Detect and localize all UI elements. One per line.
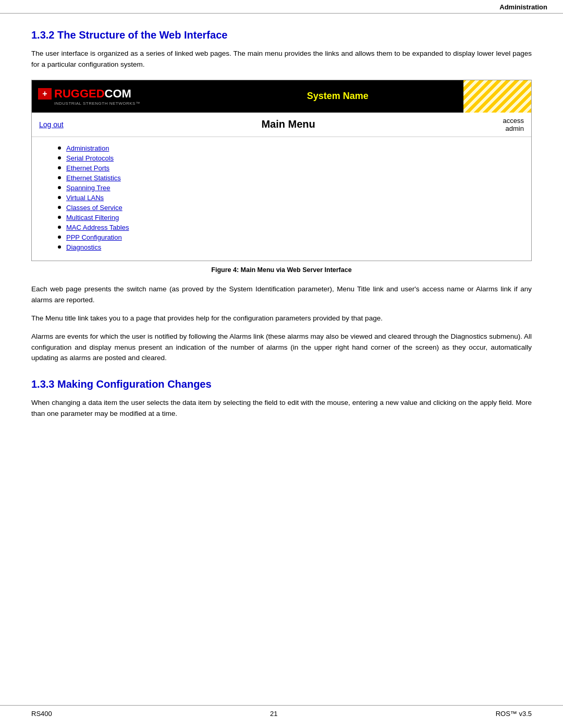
menu-link[interactable]: Ethernet Ports <box>66 164 109 172</box>
ruggedcom-icon <box>38 88 52 100</box>
menu-bullet <box>58 236 61 239</box>
menu-bullet <box>58 156 61 159</box>
stripes-decoration <box>463 80 531 113</box>
web-interface-mockup: RUGGEDCOM INDUSTRIAL STRENGTH NETWORKS™ … <box>31 80 532 261</box>
section-132-para4: Alarms are events for which the user is … <box>31 331 532 364</box>
menu-item: Ethernet Statistics <box>58 174 516 182</box>
menu-bullet <box>58 186 61 189</box>
header-title: Administration <box>499 3 547 11</box>
menu-link[interactable]: Diagnostics <box>66 243 101 251</box>
menu-bullet <box>58 245 61 249</box>
section-132-heading: 1.3.2 The Structure of the Web Interface <box>31 29 532 41</box>
section-133-heading: 1.3.3 Making Configuration Changes <box>31 378 532 390</box>
menu-item: Diagnostics <box>58 243 516 251</box>
access-label: access <box>503 117 524 125</box>
menu-bullet <box>58 146 61 150</box>
menu-item: Ethernet Ports <box>58 164 516 172</box>
menu-item: Classes of Service <box>58 204 516 212</box>
page-header: Administration <box>0 0 563 14</box>
access-info: access admin <box>503 117 524 132</box>
admin-label: admin <box>506 125 524 132</box>
menu-bullet <box>58 196 61 199</box>
page-footer: RS400 21 ROS™ v3.5 <box>0 705 563 718</box>
menu-item: Spanning Tree <box>58 184 516 192</box>
footer-left: RS400 <box>31 710 52 718</box>
logo-top: RUGGEDCOM <box>38 87 131 101</box>
footer-center: 21 <box>270 710 277 718</box>
menu-bullet <box>58 176 61 179</box>
figure-caption: Figure 4: Main Menu via Web Server Inter… <box>31 266 532 274</box>
menu-link[interactable]: Classes of Service <box>66 204 123 212</box>
footer-right: ROS™ v3.5 <box>496 710 532 718</box>
menu-bullet <box>58 206 61 209</box>
menu-item: Serial Protocols <box>58 154 516 162</box>
main-content: 1.3.2 The Structure of the Web Interface… <box>0 14 563 458</box>
logo-subtext: INDUSTRIAL STRENGTH NETWORKS™ <box>54 101 140 106</box>
section-132-para2: Each web page presents the switch name (… <box>31 284 532 306</box>
ruggedcom-logo: RUGGEDCOM INDUSTRIAL STRENGTH NETWORKS™ <box>38 87 140 106</box>
menu-item: Multicast Filtering <box>58 214 516 221</box>
main-menu-title: Main Menu <box>74 118 503 130</box>
menu-items-area: AdministrationSerial ProtocolsEthernet P… <box>32 137 531 261</box>
ruggedcom-header: RUGGEDCOM INDUSTRIAL STRENGTH NETWORKS™ … <box>32 80 531 113</box>
menu-link[interactable]: Virtual LANs <box>66 194 104 202</box>
menu-link[interactable]: Administration <box>66 144 109 152</box>
menu-item: MAC Address Tables <box>58 224 516 231</box>
menu-item: PPP Configuration <box>58 233 516 241</box>
menu-item: Administration <box>58 144 516 152</box>
menu-link[interactable]: Ethernet Statistics <box>66 174 121 182</box>
menu-link[interactable]: Serial Protocols <box>66 154 114 162</box>
section-132-para3: The Menu title link takes you to a page … <box>31 313 532 324</box>
menu-bullet <box>58 216 61 219</box>
logo-text: RUGGEDCOM <box>54 87 131 101</box>
menu-bar: Log out Main Menu access admin <box>32 113 531 137</box>
section-132-para1: The user interface is organized as a ser… <box>31 48 532 70</box>
logout-link[interactable]: Log out <box>39 120 64 129</box>
menu-bullet <box>58 166 61 169</box>
menu-link[interactable]: Multicast Filtering <box>66 214 119 221</box>
menu-link[interactable]: MAC Address Tables <box>66 224 129 231</box>
menu-link[interactable]: PPP Configuration <box>66 233 122 241</box>
menu-bullet <box>58 226 61 229</box>
menu-item: Virtual LANs <box>58 194 516 202</box>
section-133-para1: When changing a data item the user selec… <box>31 398 532 419</box>
menu-link[interactable]: Spanning Tree <box>66 184 111 192</box>
